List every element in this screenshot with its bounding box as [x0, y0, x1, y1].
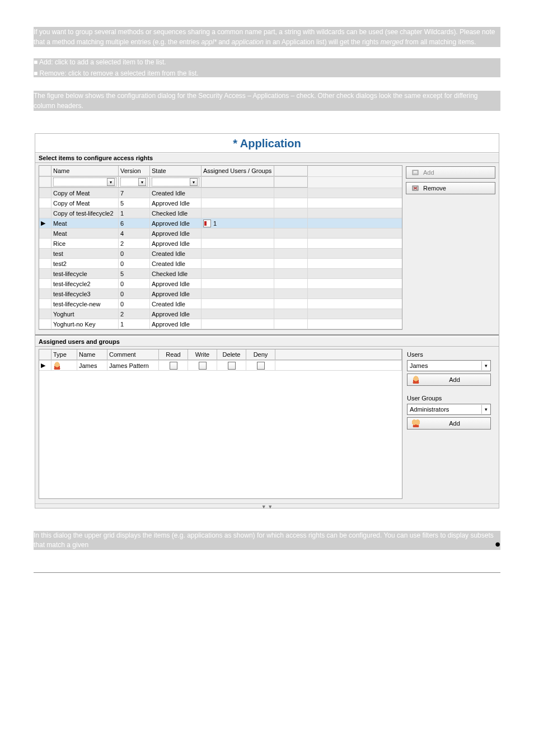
groups-dropdown[interactable]: Administrators ▾	[407, 404, 491, 415]
top-section-label: Select items to configure access rights	[35, 153, 499, 163]
group-icon	[412, 419, 420, 427]
col-name[interactable]: Name	[51, 166, 119, 176]
cell-state: Approved Idle	[150, 309, 202, 319]
groups-dropdown-value: Administrators	[410, 406, 449, 413]
cell-assigned	[202, 259, 274, 268]
cell-state: Approved Idle	[150, 279, 202, 288]
cell-name: test-lifecycle2	[51, 279, 119, 288]
cell-state: Created Idle	[150, 188, 202, 198]
info-list: ■ Add: click to add a selected item to t…	[34, 58, 500, 77]
cell-name: test2	[51, 259, 119, 268]
items-row[interactable]: Copy of Meat7Created Idle	[39, 188, 402, 198]
items-row[interactable]: Rice2Approved Idle	[39, 239, 402, 249]
col-comment[interactable]: Comment	[107, 349, 159, 360]
bottom-section-label: Assigned users and groups	[35, 337, 499, 347]
cell-version: 6	[119, 218, 150, 228]
cell-assigned	[202, 188, 274, 198]
assigned-row[interactable]: ▶JamesJames Pattern	[39, 361, 402, 371]
cell-state: Approved Idle	[150, 198, 202, 208]
col-deny[interactable]: Deny	[246, 349, 275, 360]
top-side-buttons: Add Remove	[406, 165, 495, 330]
cell-assigned: 1	[202, 218, 274, 228]
cell-version: 2	[119, 309, 150, 319]
cell-version: 1	[119, 208, 150, 218]
remove-icon	[411, 184, 420, 193]
cell-assigned	[202, 269, 274, 278]
col-write[interactable]: Write	[188, 349, 217, 360]
panel-title: * Application	[35, 134, 499, 153]
add-item-button[interactable]: Add	[406, 166, 495, 179]
items-row[interactable]: test-lifecycle5Checked Idle	[39, 269, 402, 279]
items-row[interactable]: Copy of Meat5Approved Idle	[39, 198, 402, 208]
cell-name: Meat	[51, 228, 119, 238]
cell-version: 0	[119, 279, 150, 288]
cell-assigned	[202, 249, 274, 258]
users-dropdown[interactable]: James ▾	[407, 360, 491, 371]
cell-version: 0	[119, 259, 150, 268]
col-state[interactable]: State	[150, 166, 202, 176]
row-indicator	[39, 319, 51, 329]
cell-version: 7	[119, 188, 150, 198]
items-row[interactable]: test-lifecycle20Approved Idle	[39, 279, 402, 289]
col-type[interactable]: Type	[51, 349, 77, 360]
cell-assigned	[202, 289, 274, 298]
cell-version: 1	[119, 319, 150, 329]
write-checkbox[interactable]	[199, 362, 207, 370]
row-indicator: ▶	[39, 361, 51, 370]
delete-checkbox[interactable]	[228, 362, 236, 370]
remove-item-label: Remove	[423, 185, 446, 192]
user-icon	[412, 376, 420, 384]
remove-item-button[interactable]: Remove	[406, 182, 495, 194]
items-row[interactable]: test-lifecycle30Approved Idle	[39, 289, 402, 299]
cell-name: Yoghurt	[51, 309, 119, 319]
items-grid-filter-row: ▾ ▾ ▾	[39, 177, 402, 188]
cell-name: test	[51, 249, 119, 258]
add-group-button[interactable]: Add	[407, 417, 491, 430]
cell-state: Created Idle	[150, 299, 202, 309]
users-dropdown-value: James	[410, 362, 428, 369]
cell-assigned	[202, 299, 274, 309]
filter-version-dropdown[interactable]: ▾	[120, 178, 148, 186]
row-indicator	[39, 299, 51, 309]
assigned-grid: Type Name Comment Read Write Delete Deny…	[39, 349, 402, 499]
cell-name: Copy of Meat	[51, 198, 119, 208]
items-row[interactable]: test0Created Idle	[39, 249, 402, 259]
col-version[interactable]: Version	[119, 166, 150, 176]
cell-version: 5	[119, 198, 150, 208]
items-row[interactable]: Copy of test-lifecycle21Checked Idle	[39, 208, 402, 218]
deny-checkbox[interactable]	[257, 362, 265, 370]
add-group-label: Add	[449, 420, 460, 427]
items-row[interactable]: test-lifecycle-new0Created Idle	[39, 299, 402, 309]
items-grid: Name Version State Assigned Users / Grou…	[39, 165, 402, 330]
items-row[interactable]: test20Created Idle	[39, 259, 402, 269]
chevron-down-icon: ▾	[481, 361, 490, 370]
cell-assigned	[202, 279, 274, 288]
items-row[interactable]: ▶Meat6Approved Idle1	[39, 218, 402, 228]
filter-state-dropdown[interactable]: ▾	[152, 178, 199, 186]
col-delete[interactable]: Delete	[217, 349, 246, 360]
col-read[interactable]: Read	[159, 349, 188, 360]
cell-name: test-lifecycle3	[51, 289, 119, 298]
col-lower-name[interactable]: Name	[77, 349, 107, 360]
chevron-down-icon: ▾	[138, 178, 146, 186]
cell-version: 5	[119, 269, 150, 278]
filter-name-dropdown[interactable]: ▾	[53, 178, 116, 186]
read-checkbox[interactable]	[170, 362, 177, 370]
items-row[interactable]: Yoghurt-no Key1Approved Idle	[39, 319, 402, 329]
add-user-button[interactable]: Add	[407, 374, 491, 386]
cell-version: 0	[119, 289, 150, 298]
items-row[interactable]: Meat4Approved Idle	[39, 228, 402, 239]
splitter-handle[interactable]: ▼ ▼	[35, 503, 499, 508]
cell-state: Created Idle	[150, 249, 202, 258]
cell-state: Checked Idle	[150, 208, 202, 218]
add-user-label: Add	[449, 376, 460, 383]
users-label: Users	[407, 351, 494, 358]
cell-state: Approved Idle	[150, 239, 202, 248]
cell-deny	[246, 361, 275, 370]
cell-name: Copy of Meat	[51, 188, 119, 198]
cell-version: 0	[119, 249, 150, 258]
col-assigned[interactable]: Assigned Users / Groups	[202, 166, 274, 176]
items-row[interactable]: Yoghurt2Approved Idle	[39, 309, 402, 319]
cell-assigned	[202, 228, 274, 238]
cell-name: James	[77, 361, 107, 370]
